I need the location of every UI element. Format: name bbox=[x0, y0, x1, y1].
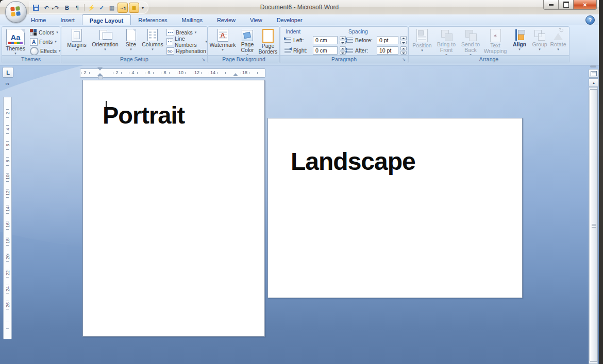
page-borders-button[interactable]: Page Borders bbox=[258, 28, 278, 55]
save-button[interactable] bbox=[31, 3, 41, 12]
indent-left-stepper[interactable] bbox=[340, 36, 346, 44]
align-button[interactable]: Align ▾ bbox=[510, 28, 529, 51]
ruler-number: 22 bbox=[5, 269, 10, 277]
ruler-tick bbox=[241, 72, 241, 74]
orientation-button[interactable]: Orientation ▾ bbox=[90, 28, 120, 51]
ruler-tick bbox=[145, 72, 145, 74]
tab-stop-icon: L bbox=[6, 70, 10, 76]
vertical-ruler-margin-number: 2 bbox=[5, 80, 10, 88]
theme-colors-button[interactable]: Colors bbox=[30, 28, 58, 37]
save-icon bbox=[33, 5, 39, 11]
indent-right-stepper[interactable] bbox=[340, 46, 346, 55]
minimize-button[interactable] bbox=[543, 0, 559, 10]
scroll-up-button[interactable]: ▲ bbox=[589, 78, 599, 87]
tab-review[interactable]: Review bbox=[210, 14, 243, 25]
office-button[interactable] bbox=[5, 1, 27, 23]
ruler-number: 24 bbox=[5, 285, 10, 293]
ruler-tick bbox=[137, 72, 138, 74]
group-page-setup: Margins ▾ Orientation ▾ Size ▾ Columns ▾… bbox=[61, 26, 208, 63]
group-objects-icon bbox=[533, 29, 546, 41]
watermark-button[interactable]: A Watermark ▾ bbox=[209, 28, 236, 51]
theme-colors-label: Colors bbox=[39, 29, 54, 36]
spacing-after-label: After: bbox=[355, 47, 375, 54]
size-button[interactable]: Size ▾ bbox=[121, 28, 141, 51]
spelling-button[interactable]: ✓ bbox=[97, 3, 106, 12]
ruler-tick bbox=[6, 157, 9, 158]
theme-effects-button[interactable]: Effects bbox=[30, 47, 60, 55]
indent-right-row: Right: 0 cm bbox=[284, 46, 346, 55]
themes-button-label: Themes bbox=[6, 46, 25, 51]
help-button[interactable]: ? bbox=[585, 15, 595, 25]
horizontal-ruler[interactable]: 2246810121418 bbox=[80, 68, 265, 78]
margins-button[interactable]: Margins ▾ bbox=[64, 28, 89, 51]
ruler-number: 2 bbox=[83, 70, 86, 75]
theme-fonts-label: Fonts bbox=[39, 39, 53, 45]
page-setup-dialog-launcher[interactable] bbox=[200, 57, 206, 62]
formatting-marks-toggle[interactable]: →¶ bbox=[118, 3, 128, 13]
page-background-group-label: Page Background bbox=[208, 55, 279, 63]
tab-insert[interactable]: Insert bbox=[53, 14, 82, 25]
tab-mailings[interactable]: Mailings bbox=[175, 14, 210, 25]
ruler-number: 4 bbox=[131, 70, 134, 75]
customize-qat-button[interactable]: ▾ bbox=[142, 6, 144, 10]
indent-left-input[interactable]: 0 cm bbox=[313, 36, 338, 44]
scrollbar-track[interactable] bbox=[589, 87, 598, 364]
undo-button[interactable]: ↶▾ bbox=[42, 3, 51, 12]
line-numbers-button[interactable]: Line Numbers bbox=[166, 38, 207, 46]
macros-button[interactable]: ⚡ bbox=[87, 3, 96, 12]
indent-right-input[interactable]: 0 cm bbox=[313, 46, 338, 55]
left-indent-marker[interactable] bbox=[98, 76, 103, 79]
chevron-down-icon: ▾ bbox=[104, 48, 106, 51]
theme-fonts-button[interactable]: A Fonts bbox=[30, 38, 57, 46]
bold-button[interactable]: B bbox=[62, 3, 72, 12]
ruler-tick bbox=[6, 269, 9, 269]
ruler-tick bbox=[169, 72, 170, 74]
spacing-after-input[interactable]: 10 pt bbox=[377, 46, 398, 55]
fonts-icon-text: A bbox=[32, 39, 36, 45]
tab-page-layout[interactable]: Page Layout bbox=[82, 14, 131, 26]
tab-home[interactable]: Home bbox=[24, 14, 53, 25]
hyphenation-button[interactable]: bc- Hyphenation bbox=[166, 47, 210, 55]
spacing-before-stepper[interactable] bbox=[400, 36, 407, 44]
ruler-tick bbox=[6, 109, 9, 110]
align-lines-toggle[interactable]: ≣ bbox=[129, 3, 139, 13]
group-arrange: Position ▾ Bring to Front ▾ Send to Back… bbox=[408, 26, 569, 63]
tab-stop-selector[interactable]: L bbox=[3, 67, 13, 78]
split-window-handle[interactable] bbox=[590, 65, 596, 67]
ruler-toggle-button[interactable] bbox=[589, 69, 599, 78]
tab-developer[interactable]: Developer bbox=[270, 14, 310, 25]
show-paragraph-button[interactable]: ¶ bbox=[73, 3, 82, 12]
draw-table-button[interactable]: ▦ bbox=[107, 3, 116, 12]
scrollbar-thumb[interactable] bbox=[590, 89, 598, 362]
ruler-tick bbox=[6, 133, 9, 134]
ruler-number: 12 bbox=[194, 70, 199, 75]
theme-colors-icon bbox=[30, 29, 37, 36]
theme-fonts-icon: A bbox=[30, 38, 38, 46]
bold-icon: B bbox=[65, 5, 69, 11]
first-line-indent-marker[interactable] bbox=[97, 67, 103, 71]
themes-button[interactable]: Aa Themes ▾ bbox=[4, 28, 27, 55]
close-button[interactable]: ✕ bbox=[574, 0, 597, 10]
right-indent-marker[interactable] bbox=[233, 73, 238, 76]
page-landscape[interactable]: Landscape bbox=[267, 118, 523, 298]
spacing-after-row: After: 10 pt bbox=[346, 46, 407, 55]
ruler-number: 2 bbox=[115, 70, 118, 75]
redo-button[interactable]: ↷ bbox=[52, 3, 61, 12]
ruler-tick bbox=[6, 189, 9, 189]
macros-icon: ⚡ bbox=[88, 5, 95, 11]
spacing-after-stepper[interactable] bbox=[400, 46, 407, 55]
paragraph-dialog-launcher[interactable] bbox=[401, 57, 407, 62]
tab-view[interactable]: View bbox=[243, 14, 270, 25]
restore-button[interactable] bbox=[559, 0, 574, 10]
page-portrait[interactable]: Portrait bbox=[82, 80, 265, 337]
tab-references[interactable]: References bbox=[131, 14, 174, 25]
ruler-tick bbox=[6, 237, 9, 237]
spacing-before-input[interactable]: 0 pt bbox=[377, 36, 398, 44]
vertical-ruler[interactable]: 2468101214161820222426 bbox=[3, 97, 12, 339]
themes-group-label: Themes bbox=[2, 55, 60, 63]
chevron-down-icon: ▾ bbox=[518, 48, 521, 51]
vertical-scrollbar: ▲ bbox=[588, 65, 599, 364]
hyphenation-icon: bc- bbox=[166, 47, 174, 55]
page-color-button[interactable]: Page Color ▾ bbox=[237, 28, 258, 57]
columns-button[interactable]: Columns ▾ bbox=[141, 28, 164, 51]
